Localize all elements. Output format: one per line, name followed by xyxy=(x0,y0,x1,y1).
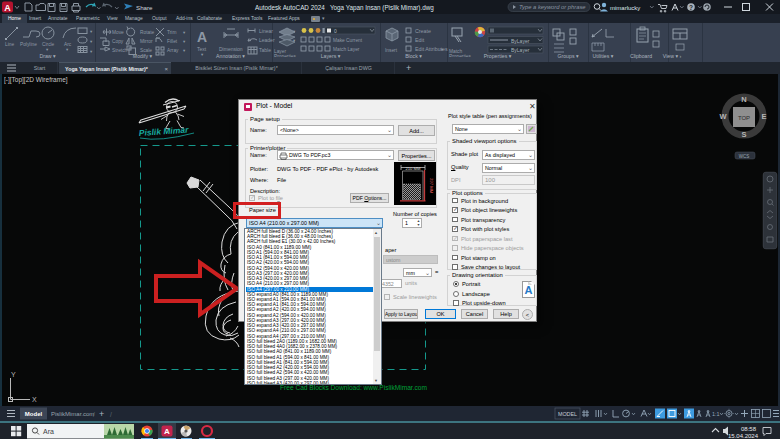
svg-text:▾: ▾ xyxy=(46,47,49,52)
svg-text:A: A xyxy=(164,427,170,436)
svg-text:08:58: 08:58 xyxy=(741,426,757,432)
svg-text:A: A xyxy=(4,3,11,13)
svg-text:Fillet: Fillet xyxy=(167,39,178,44)
svg-text:Y: Y xyxy=(11,371,16,378)
svg-text:297 MM: 297 MM xyxy=(429,178,434,194)
svg-text:1:1: 1:1 xyxy=(712,411,720,417)
svg-text:Autodesk AutoCAD 2024 Yoga Y: Autodesk AutoCAD 2024 Yoga Yapan Insan (… xyxy=(255,4,434,12)
svg-text:▾: ▾ xyxy=(90,29,93,34)
svg-text:▾: ▾ xyxy=(183,48,186,53)
svg-text:Edit: Edit xyxy=(415,37,425,43)
svg-text:Ara: Ara xyxy=(43,428,54,435)
svg-text:X: X xyxy=(32,396,37,403)
svg-text:W: W xyxy=(719,112,727,121)
svg-text:mimarlucky: mimarlucky xyxy=(610,5,640,11)
svg-text:▾: ▾ xyxy=(90,39,93,44)
svg-text:Make Current: Make Current xyxy=(333,38,363,43)
svg-text:Scale: Scale xyxy=(140,48,152,53)
svg-text:210 MM: 210 MM xyxy=(405,166,421,171)
svg-text:▾: ▾ xyxy=(66,47,69,52)
svg-text:Move: Move xyxy=(112,30,124,35)
svg-text:Match Layer: Match Layer xyxy=(333,47,360,52)
svg-text:Rotate: Rotate xyxy=(140,30,154,35)
svg-text:Properties: Properties xyxy=(274,54,296,57)
svg-text:Array: Array xyxy=(167,48,179,53)
svg-text:N: N xyxy=(741,95,746,104)
svg-text:+: + xyxy=(99,409,104,419)
svg-text:S: S xyxy=(741,130,746,139)
svg-text:Insert: Insert xyxy=(385,48,398,53)
svg-text:▾: ▾ xyxy=(90,49,93,54)
svg-text:ByLayer: ByLayer xyxy=(511,38,530,44)
svg-text:Model: Model xyxy=(25,411,43,417)
svg-text:Type a keyword or phrase: Type a keyword or phrase xyxy=(519,4,586,10)
svg-text:Trim: Trim xyxy=(167,30,176,35)
svg-text:Create: Create xyxy=(415,28,431,34)
svg-text:Linear: Linear xyxy=(259,28,273,34)
svg-text:Share: Share xyxy=(136,4,153,11)
svg-text:TOP: TOP xyxy=(738,115,750,121)
svg-text:?: ? xyxy=(689,4,693,11)
svg-text:▾: ▾ xyxy=(183,30,186,35)
svg-text:Polyline: Polyline xyxy=(20,42,37,47)
svg-text:Dimension: Dimension xyxy=(219,46,243,52)
svg-text:Stretch: Stretch xyxy=(112,48,128,53)
svg-text:MODEL: MODEL xyxy=(558,411,577,417)
svg-text:WCS: WCS xyxy=(739,154,750,159)
svg-text:Mirror: Mirror xyxy=(140,39,153,44)
svg-text:15.04.2024: 15.04.2024 xyxy=(728,433,759,439)
svg-text:A: A xyxy=(197,29,207,45)
svg-text:▾: ▾ xyxy=(183,39,186,44)
svg-text:Properties: Properties xyxy=(449,54,471,57)
svg-text:PislikMimar.com: PislikMimar.com xyxy=(51,411,94,417)
svg-text:Free Cad Blocks Download: www.: Free Cad Blocks Download: www.PislikMima… xyxy=(280,384,427,391)
svg-text:Line: Line xyxy=(5,42,14,47)
svg-text:Leader: Leader xyxy=(259,37,275,43)
svg-text:Table: Table xyxy=(259,47,271,53)
svg-text:Copy: Copy xyxy=(112,39,124,44)
svg-text:ByLayer: ByLayer xyxy=(511,47,530,53)
svg-text:/: / xyxy=(93,411,95,418)
svg-text:0: 0 xyxy=(334,28,337,34)
svg-text:▾: ▾ xyxy=(201,52,204,57)
svg-text:/: / xyxy=(110,411,112,418)
svg-text:Circle: Circle xyxy=(42,42,55,47)
svg-text:E: E xyxy=(761,112,766,121)
